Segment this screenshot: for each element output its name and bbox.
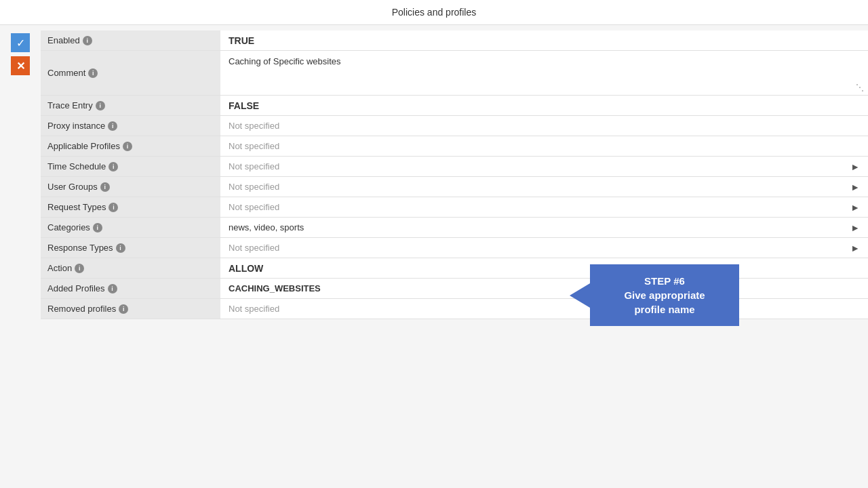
info-icon-action[interactable]: i [75, 264, 84, 273]
label-enabled: Enabled i [41, 30, 220, 50]
info-icon-trace-entry[interactable]: i [96, 101, 105, 110]
label-removed-profiles: Removed profiles i [41, 299, 220, 319]
row-applicable-profiles: Applicable Profiles i Not specified [41, 136, 868, 157]
value-categories: news, video, sports ► [220, 218, 868, 237]
label-response-types: Response Types i [41, 238, 220, 258]
row-comment: Comment i Caching of Specific websites ⋱ [41, 51, 868, 96]
label-text-removed-profiles: Removed profiles [47, 304, 116, 314]
value-proxy-instance: Not specified [220, 116, 868, 136]
value-text-categories: news, video, sports [229, 222, 304, 232]
row-user-groups: User Groups i Not specified ► [41, 177, 868, 197]
callout-text: Give appropriateprofile name [604, 288, 726, 317]
resize-handle-icon[interactable]: ⋱ [856, 83, 864, 92]
value-text-request-types: Not specified [229, 202, 279, 212]
row-trace-entry: Trace Entry i FALSE [41, 96, 868, 116]
info-icon-user-groups[interactable]: i [100, 182, 110, 192]
info-icon-enabled[interactable]: i [83, 36, 92, 45]
row-categories: Categories i news, video, sports ► [41, 218, 868, 238]
label-request-types: Request Types i [41, 197, 220, 217]
row-enabled: Enabled i TRUE [41, 30, 868, 51]
label-time-schedule: Time Schedule i [41, 157, 220, 176]
label-added-profiles: Added Profiles i [41, 279, 220, 298]
value-text-user-groups: Not specified [229, 182, 279, 192]
nav-icon-response-types[interactable]: ► [850, 243, 860, 253]
label-text-response-types: Response Types [47, 243, 113, 253]
value-time-schedule: Not specified ► [220, 157, 868, 176]
label-text-categories: Categories [47, 222, 90, 232]
callout-step: STEP #6 [604, 274, 726, 288]
tooltip-callout: STEP #6 Give appropriateprofile name [570, 264, 739, 326]
label-text-time-schedule: Time Schedule [47, 161, 106, 171]
label-action: Action i [41, 258, 220, 278]
info-icon-time-schedule[interactable]: i [108, 162, 118, 171]
row-removed-profiles: Removed profiles i Not specified [41, 299, 868, 319]
value-text-response-types: Not specified [229, 243, 279, 253]
label-text-user-groups: User Groups [47, 182, 98, 192]
label-applicable-profiles: Applicable Profiles i [41, 136, 220, 156]
value-trace-entry: FALSE [220, 96, 868, 115]
info-icon-proxy-instance[interactable]: i [108, 121, 117, 131]
value-enabled: TRUE [220, 30, 868, 50]
label-text-added-profiles: Added Profiles [47, 283, 105, 293]
label-categories: Categories i [41, 218, 220, 237]
label-text-request-types: Request Types [47, 202, 106, 212]
label-trace-entry: Trace Entry i [41, 96, 220, 115]
row-time-schedule: Time Schedule i Not specified ► [41, 157, 868, 177]
info-icon-applicable-profiles[interactable]: i [123, 142, 132, 151]
info-icon-categories[interactable]: i [93, 223, 102, 232]
info-icon-response-types[interactable]: i [116, 243, 125, 253]
info-icon-added-profiles[interactable]: i [108, 284, 117, 293]
label-user-groups: User Groups i [41, 177, 220, 197]
label-text-applicable-profiles: Applicable Profiles [47, 141, 120, 151]
label-text-enabled: Enabled [47, 35, 80, 45]
value-comment: Caching of Specific websites ⋱ [220, 51, 868, 95]
nav-icon-user-groups[interactable]: ► [850, 182, 860, 192]
page-title: Policies and profiles [0, 0, 868, 25]
label-text-comment: Comment [47, 68, 85, 78]
value-added-profiles: CACHING_WEBSITES [220, 279, 868, 298]
comment-text: Caching of Specific websites [229, 56, 340, 66]
row-response-types: Response Types i Not specified ► [41, 238, 868, 258]
row-proxy-instance: Proxy instance i Not specified [41, 116, 868, 136]
info-icon-request-types[interactable]: i [108, 203, 118, 212]
info-icon-removed-profiles[interactable]: i [119, 304, 128, 314]
icon-column: ✓ ✕ [0, 30, 41, 319]
value-applicable-profiles: Not specified [220, 136, 868, 156]
label-text-proxy-instance: Proxy instance [47, 121, 105, 131]
checkmark-icon: ✓ [16, 37, 25, 49]
value-action: ALLOW [220, 258, 868, 278]
callout-box: STEP #6 Give appropriateprofile name [590, 264, 739, 326]
info-icon-comment[interactable]: i [88, 68, 98, 78]
callout-arrow-icon [570, 283, 590, 308]
close-x-button[interactable]: ✕ [11, 56, 30, 75]
x-icon: ✕ [16, 60, 25, 73]
nav-icon-request-types[interactable]: ► [850, 202, 860, 213]
value-removed-profiles: Not specified [220, 299, 868, 319]
enabled-check-button[interactable]: ✓ [11, 33, 30, 52]
value-user-groups: Not specified ► [220, 177, 868, 197]
label-text-trace-entry: Trace Entry [47, 100, 93, 110]
label-proxy-instance: Proxy instance i [41, 116, 220, 136]
nav-icon-time-schedule[interactable]: ► [850, 161, 860, 172]
table-container: Enabled i TRUE Comment i Caching of Spec… [41, 30, 868, 319]
label-text-action: Action [47, 263, 72, 273]
row-action: Action i ALLOW [41, 258, 868, 279]
value-text-time-schedule: Not specified [229, 161, 279, 171]
row-added-profiles: Added Profiles i CACHING_WEBSITES [41, 279, 868, 299]
row-request-types: Request Types i Not specified ► [41, 197, 868, 218]
page-wrapper: Policies and profiles ✓ ✕ Enabled i TRUE [0, 0, 868, 488]
value-request-types: Not specified ► [220, 197, 868, 217]
value-response-types: Not specified ► [220, 238, 868, 258]
nav-icon-categories[interactable]: ► [850, 222, 860, 233]
label-comment: Comment i [41, 51, 220, 95]
